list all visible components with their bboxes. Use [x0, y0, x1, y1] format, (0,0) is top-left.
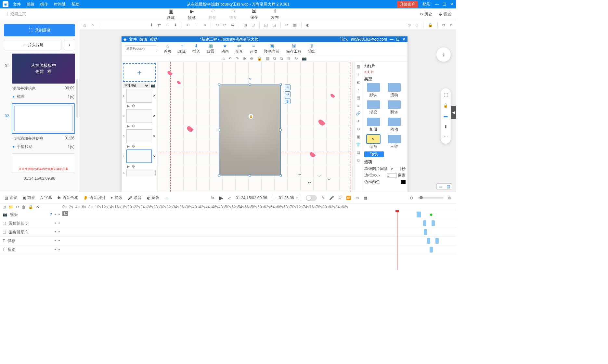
zoom-slider[interactable]: [418, 197, 444, 199]
slide-mode-toggle[interactable]: ▭ ▤: [436, 183, 452, 190]
help-icon[interactable]: ?: [50, 212, 52, 217]
speed-icon[interactable]: ⏩: [346, 196, 351, 200]
close-icon[interactable]: ✕: [450, 2, 453, 6]
download-icon[interactable]: ⬇: [150, 23, 153, 27]
tab-record[interactable]: 🎤录音: [128, 195, 142, 201]
slide-thumb-3[interactable]: 这里是录制的屏幕回放视频内容的文案: [12, 153, 75, 173]
tool-preview[interactable]: ▶预览: [188, 8, 196, 20]
layer-down-icon[interactable]: ◲: [272, 23, 276, 27]
zoom-out-icon[interactable]: ⊖: [410, 196, 413, 200]
align-bottom-icon[interactable]: ⫨: [165, 23, 169, 27]
track-roundrect2[interactable]: ▢圆角矩形 2••: [0, 228, 456, 237]
menu-action[interactable]: 操作: [40, 2, 48, 7]
layer-up-icon[interactable]: ◱: [264, 23, 268, 27]
frame-icon[interactable]: ▭: [356, 196, 359, 200]
edit-icon[interactable]: ✎: [321, 196, 325, 200]
menu-file[interactable]: 文件: [13, 2, 21, 7]
lock-icon[interactable]: 🔒: [428, 23, 433, 27]
copy-icon[interactable]: ⧉: [442, 23, 445, 27]
maximize-icon[interactable]: ☐: [443, 2, 446, 6]
history-button[interactable]: ↻历史: [420, 11, 432, 17]
track-preview[interactable]: T预览••: [0, 245, 456, 254]
align-hcenter-icon[interactable]: ⫠: [194, 23, 198, 27]
cut-icon[interactable]: ✂: [16, 205, 19, 209]
slide-01[interactable]: 01 从在线模板中创建 程 添加备注信息00:09 ● 梳理1(s): [4, 53, 75, 100]
record-button[interactable]: ⛶ 录制屏幕: [4, 24, 75, 36]
expand-panel-icon[interactable]: ◀: [451, 106, 456, 119]
tool-undo[interactable]: ↶撤销: [209, 8, 216, 20]
more-dots-icon[interactable]: ⋯: [164, 196, 168, 200]
upload-icon[interactable]: ⬆: [174, 23, 177, 27]
paste-icon[interactable]: ⧉: [450, 23, 453, 27]
music-button[interactable]: ♪: [64, 40, 75, 50]
crop-icon[interactable]: ✂: [285, 23, 289, 27]
menu-timeline[interactable]: 时间轴: [54, 2, 66, 7]
tool-redo[interactable]: ↷恢复: [229, 8, 237, 20]
mode-slide-icon[interactable]: ▤: [445, 184, 452, 189]
track-camera[interactable]: 📷镜头?•• 默 ◆: [0, 210, 456, 219]
zoom-out-icon[interactable]: ⊖: [415, 23, 419, 27]
grid-icon[interactable]: ▦: [293, 23, 297, 27]
menu-edit[interactable]: 编辑: [27, 2, 34, 7]
lock-icon[interactable]: 🔒: [28, 205, 33, 209]
add-track-icon[interactable]: ⊞: [3, 205, 6, 209]
zoom-in-icon[interactable]: ⊕: [448, 196, 451, 200]
tool-new[interactable]: ▣新建: [167, 8, 175, 20]
mic-icon[interactable]: 🎤: [329, 196, 334, 200]
play-button[interactable]: ▶: [219, 194, 223, 202]
trash-icon[interactable]: 🗑: [22, 205, 26, 209]
login-button[interactable]: 登录: [422, 2, 430, 7]
eye-icon[interactable]: 👁: [36, 205, 40, 209]
tab-bg[interactable]: ▨背景: [5, 195, 17, 201]
tab-subtitle[interactable]: A字幕: [40, 195, 52, 201]
settings-button[interactable]: ⚙设置: [439, 11, 451, 17]
plus-icon[interactable]: +: [296, 196, 298, 200]
fullscreen-icon[interactable]: ⤢: [228, 196, 231, 200]
swap-icon[interactable]: ⇄: [158, 23, 161, 27]
rotate-left-icon[interactable]: ⟲: [215, 23, 219, 27]
tab-mask[interactable]: ◐蒙版: [147, 195, 159, 201]
filter-icon[interactable]: ▽: [339, 196, 342, 200]
zoom-in-icon[interactable]: ⊕: [407, 23, 411, 27]
music-fab[interactable]: ♪: [436, 47, 451, 62]
home-icon[interactable]: ⌂: [91, 23, 94, 27]
slide-02[interactable]: 02 点击添加备注信息01:26 ● 手型拉动1(s): [4, 103, 75, 150]
menu-help[interactable]: 帮助: [71, 2, 79, 7]
tool-publish[interactable]: ⇧发布: [271, 8, 279, 20]
playhead[interactable]: [397, 210, 397, 270]
fit-icon[interactable]: ◰: [83, 23, 86, 27]
tab-fg[interactable]: ▣前景: [22, 195, 35, 201]
mask-icon[interactable]: ◐: [306, 23, 309, 27]
headtail-button[interactable]: ＋片头片尾: [4, 40, 61, 50]
toggle-switch[interactable]: [306, 195, 317, 201]
dist-v-icon[interactable]: ⊟: [252, 23, 255, 27]
track-save[interactable]: T保存••: [0, 237, 456, 245]
display-icon[interactable]: ▬: [444, 114, 448, 118]
grid-icon[interactable]: ▦: [364, 196, 367, 200]
tab-tts[interactable]: 🗣语音合成: [57, 195, 78, 201]
mode-full-icon[interactable]: ▭: [437, 184, 444, 189]
unlock-icon[interactable]: 🔓: [443, 103, 448, 108]
upgrade-button[interactable]: 升级账户: [397, 1, 418, 8]
stage[interactable]: ◆ 文件 编辑 帮助 *新建工程 - Focusky动画演示大师 论坛99596…: [122, 36, 407, 192]
left-scrollbar[interactable]: [76, 79, 78, 118]
focus-icon[interactable]: ⛶: [444, 93, 448, 98]
time-box[interactable]: −01:26.96+: [272, 195, 301, 201]
tab-fx[interactable]: ✦特效: [110, 195, 123, 201]
track-roundrect3[interactable]: ▢圆角矩形 3••: [0, 219, 456, 228]
tab-asr[interactable]: 👂语音识别: [83, 195, 105, 201]
back-home[interactable]: 〈 返回主页: [5, 11, 26, 17]
slide-thumb-1[interactable]: 从在线模板中创建 程: [12, 53, 75, 84]
minimize-icon[interactable]: —: [435, 2, 439, 6]
flip-h-icon[interactable]: ⇋: [231, 23, 234, 27]
rotate-right-icon[interactable]: ⟳: [223, 23, 226, 27]
history-icon[interactable]: ↻: [211, 196, 214, 200]
mobile-icon[interactable]: ▮: [445, 124, 447, 129]
more-icon[interactable]: ⋯: [444, 135, 448, 139]
timeline-ruler[interactable]: 0s2s4s6s8s10s12s14s16s18s20s22s24s26s28s…: [62, 205, 456, 209]
folder-icon[interactable]: 📁: [8, 205, 13, 209]
tool-save[interactable]: 🖫保存: [250, 8, 258, 20]
skip-start-icon[interactable]: ⇤: [187, 23, 190, 27]
slide-thumb-2[interactable]: [12, 103, 75, 134]
slide-03-partial[interactable]: 这里是录制的屏幕回放视频内容的文案: [4, 153, 75, 173]
